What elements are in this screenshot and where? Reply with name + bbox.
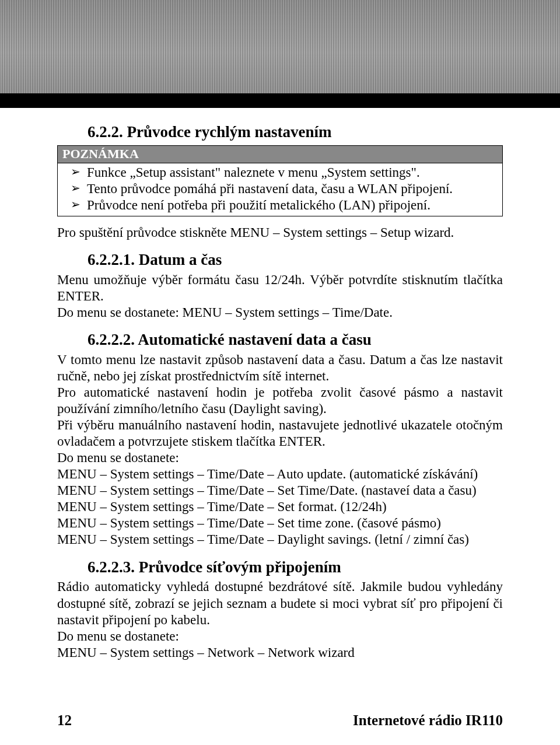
- menu-path-line: MENU – System settings – Time/Date – Set…: [57, 499, 503, 515]
- paragraph: Do menu se dostanete: MENU – System sett…: [57, 305, 503, 321]
- note-item: Funkce „Setup assistant" naleznete v men…: [62, 165, 498, 181]
- black-divider-band: [0, 93, 560, 108]
- menu-path-line: MENU – System settings – Network – Netwo…: [57, 645, 503, 661]
- menu-path-line: MENU – System settings – Time/Date – Aut…: [57, 466, 503, 482]
- note-label: POZNÁMKA: [58, 146, 502, 163]
- menu-path-line: MENU – System settings – Time/Date – Set…: [57, 515, 503, 531]
- heading-number: 6.2.2.: [88, 123, 123, 141]
- paragraph-launch-wizard: Pro spuštění průvodce stiskněte MENU – S…: [57, 225, 503, 241]
- paragraph: Menu umožňuje výběr formátu času 12/24h.…: [57, 272, 503, 305]
- heading-6-2-2-3: 6.2.2.3. Průvodce síťovým připojením: [88, 558, 503, 577]
- menu-path-line: MENU – System settings – Time/Date – Set…: [57, 482, 503, 499]
- heading-number: 6.2.2.3.: [88, 558, 135, 576]
- paragraph: Pro automatické nastavení hodin je potře…: [57, 384, 503, 417]
- paragraph: V tomto menu lze nastavit způsob nastave…: [57, 352, 503, 384]
- heading-title: Průvodce rychlým nastavením: [127, 123, 332, 141]
- note-body: Funkce „Setup assistant" naleznete v men…: [58, 163, 502, 216]
- brushed-metal-header: [0, 0, 560, 105]
- heading-title: Datum a čas: [139, 251, 222, 268]
- paragraph: Do menu se dostanete:: [57, 450, 503, 466]
- heading-title: Průvodce síťovým připojením: [139, 558, 341, 576]
- heading-number: 6.2.2.2.: [88, 331, 135, 348]
- heading-6-2-2-2: 6.2.2.2. Automatické nastavení data a ča…: [88, 330, 503, 349]
- heading-number: 6.2.2.1.: [88, 251, 135, 268]
- menu-path-line: MENU – System settings – Time/Date – Day…: [57, 531, 503, 548]
- note-box: POZNÁMKA Funkce „Setup assistant" nalezn…: [57, 145, 503, 216]
- paragraph: Do menu se dostanete:: [57, 628, 503, 645]
- paragraph: Rádio automaticky vyhledá dostupné bezdr…: [57, 579, 503, 628]
- heading-6-2-2-1: 6.2.2.1. Datum a čas: [88, 250, 503, 270]
- product-name: Internetové rádio IR110: [353, 712, 503, 729]
- heading-6-2-2: 6.2.2. Průvodce rychlým nastavením: [88, 123, 503, 142]
- note-item: Průvodce není potřeba při použití metali…: [62, 197, 498, 214]
- paragraph: Při výběru manuálního nastavení hodin, n…: [57, 417, 503, 450]
- document-page: 6.2.2. Průvodce rychlým nastavením POZNÁ…: [0, 0, 560, 745]
- page-content: 6.2.2. Průvodce rychlým nastavením POZNÁ…: [0, 105, 560, 661]
- heading-title: Automatické nastavení data a času: [138, 331, 372, 348]
- note-item: Tento průvodce pomáhá při nastavení data…: [62, 181, 498, 197]
- page-number: 12: [57, 712, 72, 729]
- page-footer: 12 Internetové rádio IR110: [57, 712, 503, 729]
